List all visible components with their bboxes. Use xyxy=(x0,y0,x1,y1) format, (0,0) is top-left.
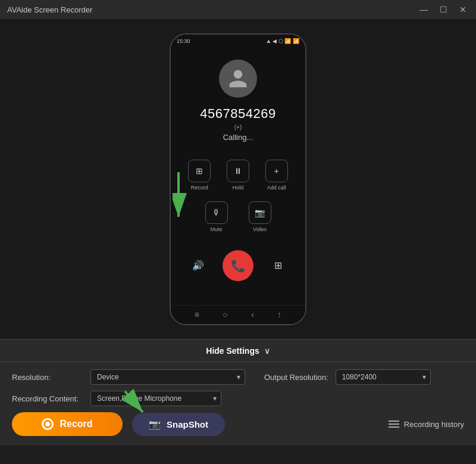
video-label: Video xyxy=(253,226,267,232)
phone-nav-bar: ≡ ○ ‹ ↑ xyxy=(171,305,305,324)
video-action: 📷 Video xyxy=(249,201,271,232)
phone-screen: 4567854269 (+) Calling... ⊞ Record ⏸ Hol… xyxy=(171,48,305,305)
record-circle-icon xyxy=(42,418,54,430)
hold-icon-box: ⏸ xyxy=(227,160,249,182)
snapshot-button-label: SnapShot xyxy=(167,419,208,429)
maximize-button[interactable]: ☐ xyxy=(437,4,450,15)
history-lines-icon xyxy=(389,421,399,428)
nav-recent-icon: ↑ xyxy=(277,310,281,319)
caller-sub: (+) xyxy=(234,124,242,130)
nav-home-icon: ○ xyxy=(223,310,227,319)
settings-toggle-label: Hide Settings xyxy=(206,346,259,356)
output-resolution-select-wrapper: 1080*2400 xyxy=(336,369,431,385)
nav-menu-icon: ≡ xyxy=(195,310,199,319)
caller-avatar xyxy=(219,60,257,98)
app-title: AVAide Screen Recorder xyxy=(7,5,92,14)
bottom-panel: Resolution: Device Output Resolution: 10… xyxy=(0,362,476,446)
speaker-button: 🔊 xyxy=(187,254,209,277)
recording-content-row: Recording Content: Screen,Phone Micropho… xyxy=(12,391,464,406)
recording-content-select[interactable]: Screen,Phone Microphone xyxy=(90,391,221,406)
resolution-select-wrapper: Device xyxy=(90,369,245,385)
hold-label: Hold xyxy=(233,185,244,191)
camera-icon: 📷 xyxy=(149,419,161,430)
window-controls: — ☐ ✕ xyxy=(417,4,469,15)
snapshot-button[interactable]: 📷 SnapShot xyxy=(132,413,225,436)
call-actions-row2: 🎙 Mute 📷 Video xyxy=(171,201,305,232)
action-buttons-row: Record 📷 SnapShot Recording history xyxy=(12,412,464,436)
record-icon-box: ⊞ xyxy=(188,160,211,182)
calling-text: Calling... xyxy=(223,133,253,142)
title-bar: AVAide Screen Recorder — ☐ ✕ xyxy=(0,0,476,19)
video-icon-box: 📷 xyxy=(249,201,271,224)
output-resolution-label: Output Resolution: xyxy=(264,373,328,382)
mute-action: 🎙 Mute xyxy=(205,201,228,232)
status-icons: ▲ ◀ ⬡ 📶 📶 xyxy=(266,38,299,44)
main-area: 15:30 ▲ ◀ ⬡ 📶 📶 4567854269 (+) Calling..… xyxy=(0,19,476,339)
output-resolution-select[interactable]: 1080*2400 xyxy=(336,369,431,385)
record-button-label: Record xyxy=(60,419,92,429)
keypad-button: ⊞ xyxy=(267,254,289,277)
caller-number: 4567854269 xyxy=(200,106,275,122)
addcall-label: Add call xyxy=(267,185,286,191)
addcall-icon-box: + xyxy=(265,160,288,182)
record-action: ⊞ Record xyxy=(188,160,211,191)
addcall-action: + Add call xyxy=(265,160,288,191)
nav-back-icon: ‹ xyxy=(251,310,254,319)
mute-label: Mute xyxy=(210,226,222,232)
resolution-label: Resolution: xyxy=(12,373,83,382)
record-button[interactable]: Record xyxy=(12,412,123,436)
settings-toggle-bar[interactable]: Hide Settings ∨ xyxy=(0,339,476,362)
history-label: Recording history xyxy=(404,420,464,429)
call-actions-row1: ⊞ Record ⏸ Hold + Add call xyxy=(171,160,305,191)
recording-content-select-wrapper: Screen,Phone Microphone xyxy=(90,391,221,406)
person-icon xyxy=(227,68,249,89)
end-call-button[interactable]: 📞 xyxy=(223,250,253,281)
chevron-down-icon: ∨ xyxy=(264,346,270,356)
recording-content-label: Recording Content: xyxy=(12,394,83,403)
minimize-button[interactable]: — xyxy=(417,4,430,15)
resolution-row: Resolution: Device Output Resolution: 10… xyxy=(12,369,464,385)
recording-history-button[interactable]: Recording history xyxy=(389,420,464,429)
close-button[interactable]: ✕ xyxy=(457,4,469,15)
hold-action: ⏸ Hold xyxy=(227,160,249,191)
phone-mockup: 15:30 ▲ ◀ ⬡ 📶 📶 4567854269 (+) Calling..… xyxy=(170,33,306,325)
mute-icon-box: 🎙 xyxy=(205,201,228,224)
status-time: 15:30 xyxy=(177,38,190,44)
call-end-row: 🔊 📞 ⊞ xyxy=(171,250,305,281)
phone-status-bar: 15:30 ▲ ◀ ⬡ 📶 📶 xyxy=(171,35,305,48)
record-label: Record xyxy=(191,185,208,191)
resolution-select[interactable]: Device xyxy=(90,369,245,385)
